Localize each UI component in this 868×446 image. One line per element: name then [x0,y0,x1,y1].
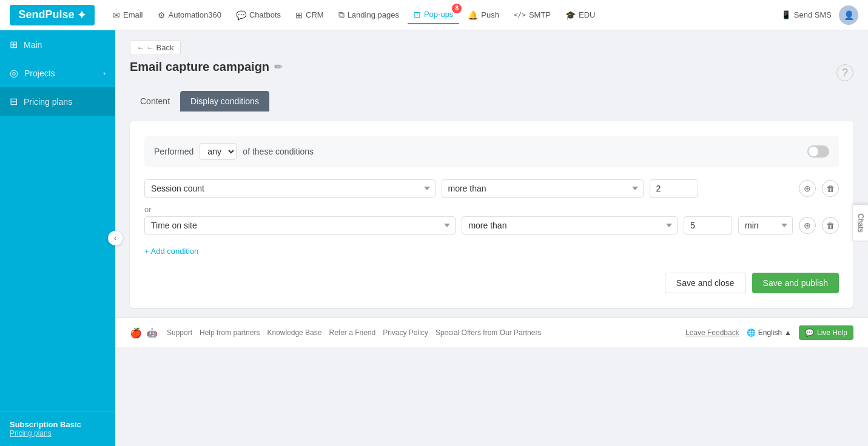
nav-item-email[interactable]: ✉ Email [107,7,149,24]
any-select[interactable]: any all [200,143,237,160]
user-avatar[interactable]: 👤 [839,5,858,25]
trash-icon-2: 🗑 [826,221,835,230]
refer-a-friend-label: Refer a Friend [329,328,375,337]
add-condition-label: + Add condition [144,247,198,256]
chat-side-tab-label: Chats [856,213,864,232]
projects-expand-icon: › [103,69,106,78]
tab-display-conditions[interactable]: Display conditions [180,91,269,112]
chat-side-tab[interactable]: Chats [852,204,868,241]
edu-icon: 🎓 [565,10,576,20]
sidebar-collapse-button[interactable]: ‹ [108,231,123,245]
refer-a-friend-link[interactable]: Refer a Friend [329,328,375,337]
edit-title-icon[interactable]: ✏ [274,61,282,73]
performed-row: Performed any all of these conditions [144,136,839,167]
help-from-partners-label: Help from partners [200,328,260,337]
avatar-icon: 👤 [844,10,854,20]
sidebar-item-projects[interactable]: ◎ Projects › [0,59,115,87]
nav-item-crm[interactable]: ⊞ CRM [289,7,330,24]
automation360-icon: ⚙ [158,10,166,20]
leave-feedback-link[interactable]: Leave Feedback [685,328,739,337]
save-close-button[interactable]: Save and close [665,273,746,293]
landing-pages-icon: ⧉ [338,10,345,20]
conditions-toggle[interactable] [807,145,829,158]
condition-2-value-input[interactable] [684,216,732,235]
plus-icon-2: ⊕ [804,221,811,230]
nav-item-landing-pages-label: Landing pages [348,10,399,19]
condition-2-unit-select[interactable]: min sec hour [738,216,793,235]
condition-1-value-input[interactable] [650,179,698,198]
nav-item-email-label: Email [123,10,143,19]
tab-content-label: Content [140,96,170,106]
live-help-button[interactable]: 💬 Live Help [799,325,853,340]
logo-text: SendPulse [18,8,74,21]
send-sms-label: Send SMS [794,10,832,19]
add-condition-button[interactable]: + Add condition [144,244,198,258]
tab-content[interactable]: Content [130,91,180,112]
pricing-plans-link[interactable]: Pricing plans [10,429,106,438]
nav-item-crm-label: CRM [306,10,324,19]
privacy-policy-link[interactable]: Privacy Policy [383,328,428,337]
save-publish-label: Save and publish [763,278,828,288]
nav-item-landing-pages[interactable]: ⧉ Landing pages [332,6,405,24]
nav-item-smtp-label: SMTP [529,10,551,19]
back-label: ← Back [146,43,174,52]
or-label: or [144,202,839,216]
nav-item-chatbots[interactable]: 💬 Chatbots [230,7,287,24]
logo[interactable]: SendPulse ✦ [10,5,95,25]
pricing-plans-icon: ⊟ [10,96,18,107]
knowledge-base-link[interactable]: Knowledge Base [267,328,321,337]
condition-2-operator-select[interactable]: more than less than equal to [462,216,678,235]
nav-items: ✉ Email ⚙ Automation360 💬 Chatbots ⊞ CRM… [107,6,781,24]
nav-item-push-label: Push [481,10,499,19]
plus-icon: ⊕ [804,184,811,193]
help-icon-button[interactable]: ? [836,64,853,81]
nav-item-push[interactable]: 🔔 Push [462,7,505,24]
sidebar-item-pricing-plans-label: Pricing plans [24,97,72,107]
performed-row-left: Performed any all of these conditions [154,143,314,160]
nav-item-smtp[interactable]: </> SMTP [508,7,557,23]
nav-item-edu[interactable]: 🎓 EDU [559,7,601,24]
special-offers-link[interactable]: Special Offers from Our Partners [436,328,542,337]
sidebar-item-projects-label: Projects [24,68,55,78]
sidebar-item-pricing-plans[interactable]: ⊟ Pricing plans [0,87,115,116]
page-title-text: Email capture campaign [130,60,269,74]
page-tabs: Content Display conditions [130,91,853,112]
pop-ups-icon: ⊡ [414,10,421,19]
condition-2-delete-button[interactable]: 🗑 [822,217,839,234]
support-link[interactable]: Support [167,328,192,337]
push-icon: 🔔 [468,10,478,20]
logo-icon: ✦ [77,8,86,22]
trash-icon: 🗑 [826,184,835,193]
main-layout: ⊞ Main ◎ Projects › ⊟ Pricing plans Subs… [0,30,868,446]
condition-1-field-select[interactable]: Session count Time on site Page URL Devi… [144,179,436,198]
back-button[interactable]: ← ← Back [130,40,181,55]
nav-item-pop-ups[interactable]: ⊡ Pop-ups 8 [408,6,459,24]
send-sms-button[interactable]: 📱 Send SMS [781,10,832,19]
chevron-up-icon: ▲ [784,328,792,337]
condition-1-delete-button[interactable]: 🗑 [822,180,839,197]
leave-feedback-label: Leave Feedback [685,328,739,337]
condition-2-field-select[interactable]: Time on site Session count Page URL Devi… [144,216,456,235]
footer-links: Support Help from partners Knowledge Bas… [167,328,541,337]
globe-icon: 🌐 [747,328,756,337]
condition-1-operator-select[interactable]: more than less than equal to [442,179,644,198]
action-row: Save and close Save and publish [144,273,839,293]
condition-1-add-button[interactable]: ⊕ [799,180,816,197]
condition-2-add-button[interactable]: ⊕ [799,217,816,234]
knowledge-base-label: Knowledge Base [267,328,321,337]
smtp-icon: </> [514,11,526,19]
nav-right: 📱 Send SMS 👤 [781,5,858,25]
chatbots-icon: 💬 [236,10,246,20]
language-selector[interactable]: 🌐 English ▲ [747,328,792,337]
performed-label: Performed [154,147,193,156]
footer: 🍎 🤖 Support Help from partners Knowledge… [115,318,868,347]
save-publish-button[interactable]: Save and publish [752,273,839,293]
help-from-partners-link[interactable]: Help from partners [200,328,260,337]
projects-icon: ◎ [10,67,18,79]
nav-item-automation360[interactable]: ⚙ Automation360 [152,7,227,24]
language-label: English [758,328,782,337]
sidebar-item-main[interactable]: ⊞ Main [0,30,115,59]
android-icon[interactable]: 🤖 [147,328,157,338]
pop-ups-badge: 8 [452,4,462,13]
apple-icon[interactable]: 🍎 [130,327,142,339]
